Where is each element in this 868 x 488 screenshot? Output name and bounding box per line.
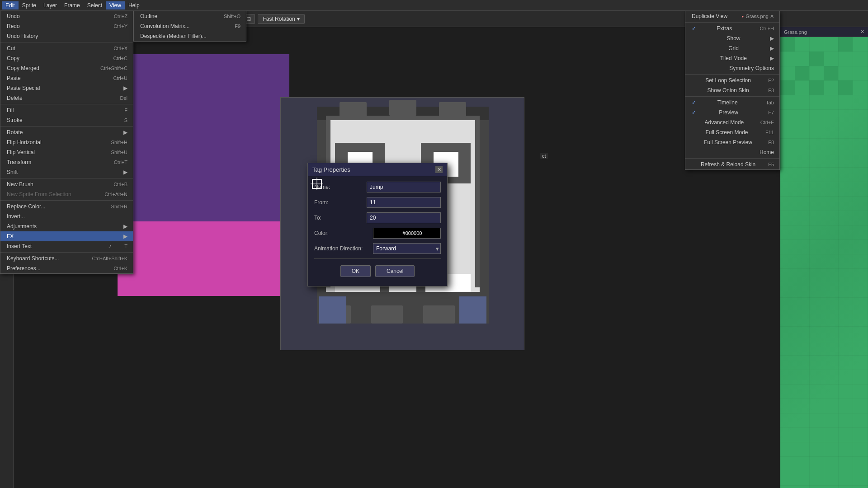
color-input-container[interactable]: #000000 <box>373 228 441 239</box>
grid-toggle-btn[interactable]: ⊞ <box>162 14 175 24</box>
tag-properties-dialog: Tag Properties ✕ Name: From: To: Color: <box>307 163 448 286</box>
menu-redo[interactable]: Redo Ctrl+Y <box>0 21 133 31</box>
fast-rotation-dropdown-icon: ▾ <box>297 16 300 22</box>
name-input[interactable] <box>367 182 441 192</box>
menu-new-brush[interactable]: New Brush Ctrl+B <box>0 179 133 189</box>
menu-rotate[interactable]: Rotate ▶ <box>0 127 133 137</box>
name-label: Name: <box>314 184 367 190</box>
menu-edit[interactable]: Edit <box>2 1 19 9</box>
svg-rect-25 <box>780 37 868 488</box>
dialog-title: Tag Properties <box>312 166 350 173</box>
sep3 <box>0 126 133 127</box>
menu-shift[interactable]: Shift ▶ <box>0 167 133 177</box>
menu-layer[interactable]: Layer <box>40 1 61 9</box>
menu-fill[interactable]: Fill F <box>0 105 133 115</box>
selection-btn[interactable]: ⊞ <box>193 14 205 24</box>
svg-rect-32 <box>809 80 824 95</box>
menu-stroke[interactable]: Stroke S <box>0 115 133 125</box>
to-input[interactable] <box>367 212 441 223</box>
color-text-value: #000000 <box>384 229 440 237</box>
color-swatch <box>373 228 384 238</box>
menu-paste[interactable]: Paste Ctrl+U <box>0 73 133 83</box>
menu-select[interactable]: Select <box>84 1 106 9</box>
svg-rect-33 <box>838 80 853 95</box>
sep6 <box>0 252 133 253</box>
dialog-body: Name: From: To: Color: #000000 <box>308 176 447 286</box>
menu-cut[interactable]: Cut Ctrl+X <box>0 43 133 53</box>
menu-copy[interactable]: Copy Ctrl+C <box>0 53 133 63</box>
from-row: From: <box>314 197 441 208</box>
fast-rotation-btn[interactable]: Fast Rotation ▾ <box>258 14 304 24</box>
menu-delete[interactable]: Delete Del <box>0 93 133 103</box>
svg-rect-16 <box>475 116 480 287</box>
menu-sprite[interactable]: Sprite <box>19 1 40 9</box>
grass-preview <box>780 37 868 488</box>
svg-rect-17 <box>340 102 367 120</box>
to-row: To: <box>314 212 441 223</box>
menu-paste-special[interactable]: Paste Special ▶ <box>0 83 133 93</box>
menu-preferences[interactable]: Preferences... Ctrl+K <box>0 263 133 273</box>
menu-flip-v[interactable]: Flip Vertical Shift+U <box>0 147 133 157</box>
sep4 <box>0 178 133 178</box>
svg-rect-26 <box>780 37 795 52</box>
animation-select-wrapper: Forward Reverse Ping-pong ▾ <box>373 243 441 254</box>
menu-transform[interactable]: Transform Ctrl+T <box>0 157 133 167</box>
color-label: Color: <box>314 230 373 236</box>
menu-invert[interactable]: Invert... <box>0 211 133 221</box>
edit-menu[interactable]: Undo Ctrl+Z Redo Ctrl+Y Undo History Cut… <box>0 11 133 274</box>
svg-rect-31 <box>780 80 795 95</box>
to-label: To: <box>314 215 367 221</box>
animation-row: Animation Direction: Forward Reverse Pin… <box>314 243 441 254</box>
menu-fx[interactable]: FX ▶ <box>0 231 133 241</box>
right-panel: Grass.png ✕ <box>780 27 868 488</box>
svg-rect-13 <box>423 305 455 324</box>
menu-flip-h[interactable]: Flip Horizontal Shift+H <box>0 137 133 147</box>
menu-copy-merged[interactable]: Copy Merged Ctrl+Shift+C <box>0 63 133 73</box>
dialog-buttons: OK Cancel <box>314 263 441 281</box>
svg-rect-29 <box>795 66 809 80</box>
svg-rect-27 <box>809 52 824 66</box>
canvas-purple-bg <box>118 54 289 228</box>
menu-adjustments[interactable]: Adjustments ▶ <box>0 221 133 231</box>
animation-direction-select[interactable]: Forward Reverse Ping-pong <box>373 243 441 254</box>
from-input[interactable] <box>367 197 441 208</box>
menu-undo-history[interactable]: Undo History <box>0 31 133 41</box>
menu-replace-color[interactable]: Replace Color... Shift+R <box>0 202 133 211</box>
menu-new-sprite[interactable]: New Sprite From Selection Ctrl+Alt+N <box>0 189 133 199</box>
sep5 <box>0 200 133 201</box>
right-panel-header: Grass.png ✕ <box>780 27 868 37</box>
menu-keyboard-shortcuts[interactable]: Keyboard Shortcuts... Ctrl+Alt+Shift+K <box>0 253 133 263</box>
svg-rect-12 <box>371 305 403 324</box>
menu-bar: Edit Sprite Layer Frame Select View Help <box>0 0 868 11</box>
cancel-button[interactable]: Cancel <box>375 265 415 277</box>
svg-rect-21 <box>459 296 486 324</box>
dialog-separator <box>314 258 441 259</box>
onion-btn[interactable]: ⊟ <box>242 14 255 24</box>
svg-rect-20 <box>319 296 346 324</box>
animation-label: Animation Direction: <box>314 245 373 252</box>
snap-btn[interactable]: ⊡ <box>177 14 190 24</box>
right-panel-close[interactable]: ✕ <box>860 29 864 35</box>
canvas-pink-bg <box>118 221 301 296</box>
mask-btn[interactable]: Mask <box>208 14 240 23</box>
menu-frame[interactable]: Frame <box>61 1 84 9</box>
close-sprite2-tab-icon[interactable]: ✕ <box>147 16 151 21</box>
ok-button[interactable]: OK <box>340 265 371 277</box>
name-row: Name: <box>314 182 441 192</box>
menu-undo[interactable]: Undo Ctrl+Z <box>0 11 133 21</box>
dialog-title-bar: Tag Properties ✕ <box>308 163 447 176</box>
from-label: From: <box>314 199 367 206</box>
menu-insert-text[interactable]: Insert Text ↗ T <box>0 241 133 251</box>
svg-rect-30 <box>824 66 838 80</box>
right-panel-title: Grass.png <box>784 29 807 35</box>
sep1 <box>0 42 133 42</box>
dialog-close-btn[interactable]: ✕ <box>435 166 443 173</box>
menu-view[interactable]: View <box>106 1 125 9</box>
svg-rect-18 <box>389 100 416 116</box>
svg-rect-28 <box>838 37 853 52</box>
color-row: Color: #000000 <box>314 228 441 239</box>
svg-rect-19 <box>439 102 466 120</box>
menu-help[interactable]: Help <box>125 1 143 9</box>
sep2 <box>0 104 133 104</box>
